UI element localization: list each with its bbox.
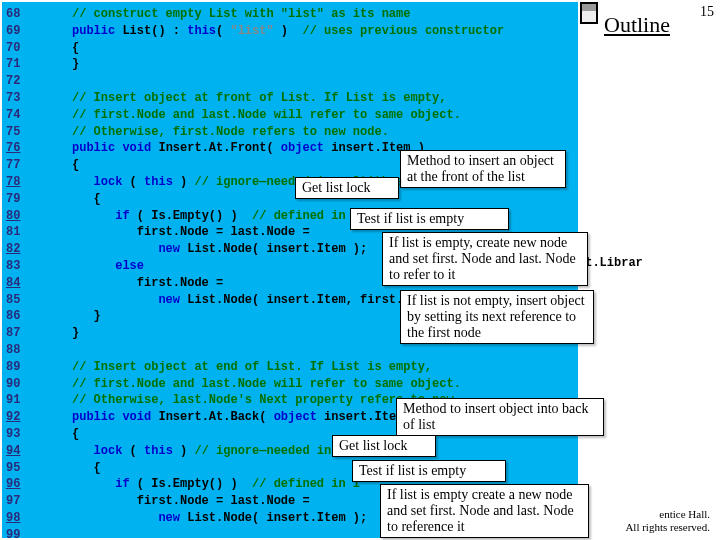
annot-empty-create: If list is empty, create new node and se… <box>382 232 588 286</box>
page-number: 15 <box>700 4 714 20</box>
annot-get-lock-1: Get list lock <box>295 177 399 199</box>
footer-line2: All rights reserved. <box>625 521 710 533</box>
scrollbar-thumb[interactable] <box>582 4 596 11</box>
mini-scrollbar[interactable] <box>580 2 598 24</box>
annot-not-empty-insert: If list is not empty, insert object by s… <box>400 290 594 344</box>
footer-line1: entice Hall. <box>659 508 710 520</box>
annot-insert-back-method: Method to insert object into back of lis… <box>396 398 604 436</box>
outline-label[interactable]: Outline <box>604 12 670 38</box>
annot-test-empty-2: Test if list is empty <box>352 460 506 482</box>
annot-insert-front-method: Method to insert an object at the front … <box>400 150 566 188</box>
line-number-gutter: 68 69 70 71 72 73 74 75 76 77 78 79 80 8… <box>6 6 20 538</box>
annot-empty-create-2: If list is empty create a new node and s… <box>380 484 589 538</box>
annot-get-lock-2: Get list lock <box>332 435 436 457</box>
annot-test-empty-1: Test if list is empty <box>350 208 509 230</box>
footer: entice Hall. All rights reserved. <box>625 508 710 534</box>
